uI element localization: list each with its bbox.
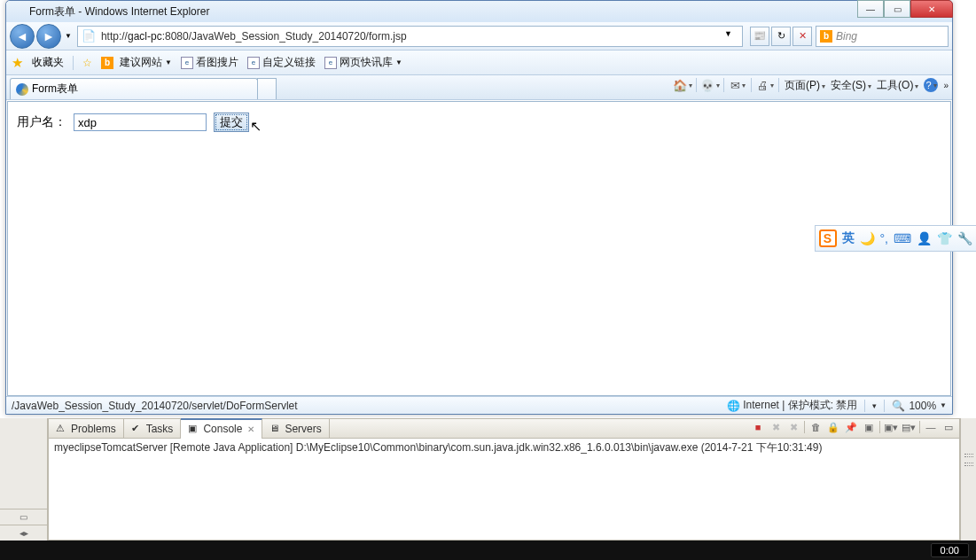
safety-menu[interactable]: 安全(S) bbox=[831, 78, 871, 93]
taskbar[interactable]: 0:00 bbox=[0, 541, 976, 560]
close-button[interactable]: ✕ bbox=[910, 0, 953, 18]
maximize-view-button[interactable]: ▭ bbox=[941, 420, 956, 434]
form-row: 用户名： 提交 bbox=[17, 113, 941, 132]
console-body[interactable]: myeclipseTomcatServer [Remote Java Appli… bbox=[49, 439, 959, 540]
protected-mode-dropdown-icon[interactable]: ▾ bbox=[872, 401, 877, 410]
favorites-label[interactable]: 收藏夹 bbox=[32, 55, 64, 70]
separator bbox=[864, 400, 865, 412]
add-favorite-icon[interactable]: ☆ bbox=[82, 57, 92, 69]
link-item[interactable]: e自定义链接 bbox=[247, 55, 316, 70]
taskbar-clock[interactable]: 0:00 bbox=[931, 543, 969, 557]
favorites-star-icon[interactable]: ★ bbox=[12, 55, 23, 71]
tab-console[interactable]: ▣Console ✕ bbox=[181, 418, 262, 439]
sogou-logo-icon: S bbox=[819, 229, 837, 247]
zone-text: Internet | 保护模式: 禁用 bbox=[743, 398, 857, 413]
gutter-button[interactable]: ◂▸ bbox=[0, 525, 47, 541]
page-menu[interactable]: 页面(P) bbox=[785, 78, 825, 93]
page-icon: 📄 bbox=[82, 29, 96, 43]
eclipse-right-gutter bbox=[960, 418, 976, 541]
separator bbox=[751, 78, 752, 92]
page-content: 用户名： 提交 ↖ bbox=[7, 101, 951, 396]
gutter-button[interactable]: ▭ bbox=[0, 509, 47, 525]
tool-icon[interactable]: 🔧 bbox=[957, 231, 972, 245]
title-bar[interactable]: Form表单 - Windows Internet Explorer — ▭ ✕ bbox=[6, 1, 952, 22]
home-button[interactable]: 🏠 bbox=[675, 77, 691, 93]
minimize-button[interactable]: — bbox=[857, 0, 884, 18]
tab-servers[interactable]: 🖥Servers bbox=[262, 419, 329, 438]
search-placeholder: Bing bbox=[836, 30, 857, 43]
window-controls: — ▭ ✕ bbox=[857, 0, 953, 18]
tools-menu[interactable]: 工具(O) bbox=[877, 78, 918, 93]
separator bbox=[696, 78, 697, 92]
status-text: /JavaWeb_Session_Study_20140720/servlet/… bbox=[12, 400, 727, 412]
ie-window: Form表单 - Windows Internet Explorer — ▭ ✕… bbox=[5, 0, 953, 415]
display-console-button[interactable]: ▣ bbox=[862, 420, 876, 434]
eclipse-tabs: ⚠Problems ✔Tasks ▣Console ✕ 🖥Servers ■ ✖… bbox=[49, 419, 959, 439]
separator bbox=[73, 56, 74, 70]
address-bar[interactable]: 📄 http://gacl-pc:8080/JavaWeb_Session_St… bbox=[77, 26, 743, 47]
clear-console-button[interactable]: 🗑 bbox=[808, 420, 823, 434]
forward-button[interactable]: ► bbox=[36, 24, 61, 49]
eclipse-panel: ▭ ◂▸ ⚠Problems ✔Tasks ▣Console ✕ 🖥Server… bbox=[0, 418, 976, 541]
suggested-sites-link[interactable]: b建议网站 ▼ bbox=[101, 55, 172, 70]
tasks-icon: ✔ bbox=[131, 423, 144, 435]
help-button[interactable]: ? bbox=[924, 78, 938, 92]
history-dropdown-icon[interactable]: ▼ bbox=[65, 32, 72, 40]
ie-icon bbox=[16, 83, 28, 96]
console-line: myeclipseTomcatServer [Remote Java Appli… bbox=[54, 440, 954, 455]
terminate-button[interactable]: ■ bbox=[751, 420, 765, 434]
minimize-view-button[interactable]: — bbox=[924, 420, 938, 434]
sash-handle-icon[interactable] bbox=[964, 454, 973, 457]
submit-button[interactable]: 提交 bbox=[214, 113, 249, 132]
moon-icon[interactable]: 🌙 bbox=[860, 231, 875, 245]
ie-logo-icon bbox=[10, 4, 24, 19]
skin-icon[interactable]: 👕 bbox=[937, 231, 952, 245]
maximize-button[interactable]: ▭ bbox=[884, 0, 910, 18]
username-label: 用户名： bbox=[17, 114, 66, 130]
link-item[interactable]: e网页快讯库 ▼ bbox=[324, 55, 402, 70]
ime-lang[interactable]: 英 bbox=[842, 230, 855, 246]
close-icon[interactable]: ✕ bbox=[247, 424, 254, 434]
browser-tab[interactable]: Form表单 bbox=[10, 78, 258, 99]
eclipse-left-gutter: ▭ ◂▸ bbox=[0, 418, 48, 541]
zoom-control[interactable]: 🔍 100% ▼ bbox=[892, 400, 947, 412]
remove-terminated-button[interactable]: ✖ bbox=[769, 420, 783, 434]
mail-button[interactable]: ✉ bbox=[730, 77, 746, 93]
tab-title: Form表单 bbox=[32, 82, 78, 97]
console-toolbar: ■ ✖ ✖ 🗑 🔒 📌 ▣ ▣▾ ▤▾ — ▭ bbox=[751, 420, 956, 434]
console-icon: ▣ bbox=[188, 423, 200, 435]
pin-console-button[interactable]: 📌 bbox=[844, 420, 858, 434]
stop-button[interactable]: ✕ bbox=[793, 27, 812, 46]
scroll-lock-button[interactable]: 🔒 bbox=[826, 420, 840, 434]
bing-icon: b bbox=[101, 57, 113, 69]
refresh-button[interactable]: ↻ bbox=[771, 27, 791, 46]
sash-handle-icon[interactable] bbox=[964, 463, 973, 466]
tab-tasks[interactable]: ✔Tasks bbox=[124, 419, 182, 438]
search-box[interactable]: b Bing bbox=[816, 26, 949, 47]
new-console-button[interactable]: ▤▾ bbox=[902, 420, 916, 434]
punct-icon[interactable]: °, bbox=[880, 231, 889, 245]
person-icon[interactable]: 👤 bbox=[917, 231, 932, 245]
open-console-button[interactable]: ▣▾ bbox=[884, 420, 898, 434]
link-item[interactable]: e看图搜片 bbox=[181, 55, 238, 70]
bing-icon: b bbox=[820, 30, 832, 43]
separator bbox=[919, 421, 920, 433]
rss-button[interactable]: 💀 bbox=[702, 77, 718, 93]
tab-problems[interactable]: ⚠Problems bbox=[49, 419, 124, 438]
separator bbox=[804, 421, 805, 433]
username-input[interactable] bbox=[74, 113, 207, 131]
chevron-down-icon[interactable]: ▼ bbox=[940, 401, 947, 409]
compat-view-button[interactable]: 📰 bbox=[750, 27, 769, 46]
magnify-icon: 🔍 bbox=[892, 400, 905, 412]
remove-all-button[interactable]: ✖ bbox=[786, 420, 800, 434]
separator bbox=[879, 421, 880, 433]
print-button[interactable]: 🖨 bbox=[757, 77, 773, 93]
url-dropdown-icon[interactable]: ▼ bbox=[724, 29, 738, 43]
keyboard-icon[interactable]: ⌨ bbox=[894, 231, 911, 245]
chevron-right-icon[interactable]: » bbox=[943, 81, 949, 90]
separator bbox=[723, 78, 724, 92]
new-tab-button[interactable] bbox=[257, 78, 277, 99]
sogou-ime-bar[interactable]: S 英 🌙 °, ⌨ 👤 👕 🔧 bbox=[815, 225, 977, 252]
page-icon: e bbox=[181, 57, 193, 69]
back-button[interactable]: ◄ bbox=[10, 24, 35, 49]
